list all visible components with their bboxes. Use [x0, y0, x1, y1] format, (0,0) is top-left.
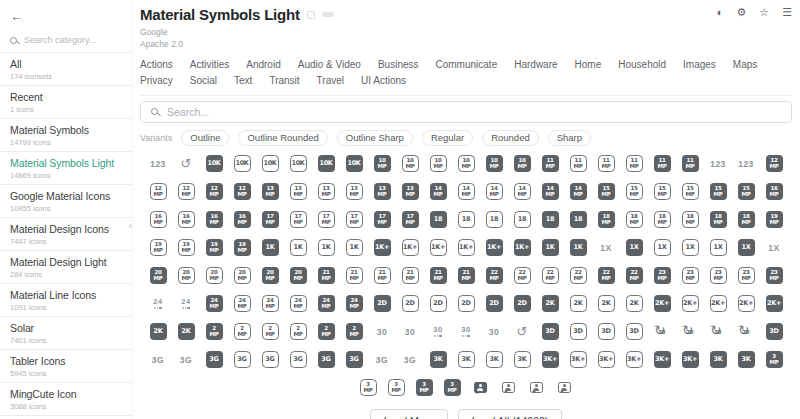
icon-tile[interactable]: 10K [204, 154, 224, 174]
icon-tile[interactable]: 21MP [456, 266, 476, 286]
icon-tile[interactable]: 24MP [288, 294, 308, 314]
back-arrow-icon[interactable]: ← [10, 9, 23, 24]
icon-tile[interactable]: 14MP [456, 182, 476, 202]
category-link[interactable]: Communicate [436, 59, 498, 70]
icon-tile[interactable]: 23MP [680, 266, 700, 286]
icon-tile[interactable]: 19MP [764, 210, 784, 230]
icon-tile[interactable]: 3K+ [568, 350, 588, 370]
icon-tile[interactable]: 17MP [316, 210, 336, 230]
icon-tile[interactable]: 18MP [680, 210, 700, 230]
icon-tile[interactable]: 18 [568, 210, 588, 230]
icon-tile[interactable]: 3MP [414, 378, 434, 398]
icon-tile[interactable]: 30 [372, 322, 392, 342]
icon-tile[interactable]: 2D [372, 294, 392, 314]
icon-tile[interactable]: 1K+ [456, 238, 476, 258]
iconset-item[interactable]: Material Design Icons7447 icons [0, 218, 132, 251]
icon-tile[interactable]: 14MP [484, 182, 504, 202]
icon-tile[interactable]: 22MP [624, 266, 644, 286]
icon-tile[interactable]: 10K [344, 154, 364, 174]
variant-pill[interactable]: Outline [181, 130, 229, 146]
icon-tile[interactable]: 10MP [484, 154, 504, 174]
icon-tile[interactable]: 2D [512, 294, 532, 314]
icon-tile[interactable]: 3K [484, 350, 504, 370]
icon-tile[interactable]: 21MP [400, 266, 420, 286]
iconset-item[interactable]: MingCute Icon3088 icons [0, 383, 132, 416]
icon-tile[interactable]: 13MP [344, 182, 364, 202]
icon-tile[interactable]: 21MP [372, 266, 392, 286]
icon-tile[interactable]: 18MP [596, 210, 616, 230]
iconset-item[interactable]: Material Line Icons1091 icons [0, 284, 132, 317]
category-link[interactable]: Household [618, 59, 666, 70]
icon-tile[interactable]: 18MP [652, 210, 672, 230]
icon-tile[interactable]: 18 [540, 210, 560, 230]
icon-tile[interactable]: 30 [428, 322, 448, 342]
icon-tile[interactable]: 24 [176, 294, 196, 314]
icon-tile[interactable]: 18MP [708, 210, 728, 230]
icon-tile[interactable]: 16MP [148, 210, 168, 230]
icon-tile[interactable]: 2MP [260, 322, 280, 342]
icon-tile[interactable]: 23MP [736, 266, 756, 286]
icon-tile[interactable]: 19MP [148, 238, 168, 258]
icon-tile[interactable]: 12MP [764, 154, 784, 174]
category-search-input[interactable] [24, 35, 114, 45]
icon-tile[interactable]: 1K [316, 238, 336, 258]
icon-tile[interactable]: 15MP [708, 182, 728, 202]
icon-tile[interactable]: 2MP [288, 322, 308, 342]
icon-tile[interactable]: 20MP [176, 266, 196, 286]
icon-tile[interactable]: 3G [372, 350, 392, 370]
icon-tile[interactable]: 123 [708, 154, 728, 174]
icon-tile[interactable]: 3G [344, 350, 364, 370]
icon-tile[interactable]: 17MP [372, 210, 392, 230]
iconset-item[interactable]: Google Material Icons10955 icons [0, 185, 132, 218]
icon-tile[interactable]: 23MP [652, 266, 672, 286]
icon-tile[interactable]: 14MP [512, 182, 532, 202]
icon-tile[interactable]: 2MP [344, 322, 364, 342]
icon-tile[interactable]: 1K+ [400, 238, 420, 258]
icon-tile[interactable]: 1X [596, 238, 616, 258]
icon-tile[interactable]: 22MP [484, 266, 504, 286]
icon-tile[interactable]: 10MP [372, 154, 392, 174]
icon-tile[interactable]: 15MP [736, 182, 756, 202]
icon-tile[interactable]: 1X [624, 238, 644, 258]
icon-tile[interactable]: 13MP [260, 182, 280, 202]
icon-tile[interactable]: 2K [596, 294, 616, 314]
icon-tile[interactable]: 10MP [400, 154, 420, 174]
category-link[interactable]: Maps [733, 59, 757, 70]
icon-tile[interactable]: 18 [512, 210, 532, 230]
icon-tile[interactable]: 10K [260, 154, 280, 174]
icon-tile[interactable]: 3K+ [680, 350, 700, 370]
load-all-button[interactable]: Load All (14902) [458, 409, 562, 419]
icon-tile[interactable]: 123 [736, 154, 756, 174]
icon-tile[interactable]: 2K [568, 294, 588, 314]
icon-tile[interactable]: 1K [344, 238, 364, 258]
icon-tile[interactable]: 3K+ [652, 350, 672, 370]
icon-tile[interactable]: 3K+ [596, 350, 616, 370]
icon-tile[interactable]: 14MP [540, 182, 560, 202]
category-link[interactable]: UI Actions [361, 75, 406, 86]
icon-tile[interactable]: 20MP [288, 266, 308, 286]
icon-tile[interactable]: 10MP [428, 154, 448, 174]
icon-tile[interactable]: 2K [624, 294, 644, 314]
category-link[interactable]: Text [234, 75, 252, 86]
icon-tile[interactable]: 14MP [568, 182, 588, 202]
icon-tile[interactable]: 19MP [176, 238, 196, 258]
icon-tile[interactable]: 2D [428, 294, 448, 314]
icon-tile[interactable]: ↻3D [708, 322, 728, 342]
icon-tile[interactable]: ↻3D [652, 322, 672, 342]
icon-tile[interactable]: 23MP [764, 266, 784, 286]
icon-tile[interactable]: 2MP [232, 322, 252, 342]
icon-tile[interactable]: 2K [176, 322, 196, 342]
icon-tile[interactable]: 13MP [400, 182, 420, 202]
iconset-item[interactable]: Material Symbols14799 icons [0, 119, 132, 152]
icon-tile[interactable]: 20MP [204, 266, 224, 286]
icon-tile[interactable]: 15MP [596, 182, 616, 202]
icon-tile[interactable]: 1K+ [512, 238, 532, 258]
icon-tile[interactable]: 3K [512, 350, 532, 370]
icon-tile[interactable]: 2D [400, 294, 420, 314]
sidebar-collapse-icon[interactable]: ‹ [129, 220, 132, 231]
icon-tile[interactable]: 18MP [624, 210, 644, 230]
icon-tile[interactable]: 3G [260, 350, 280, 370]
icon-tile[interactable]: 21MP [428, 266, 448, 286]
icon-tile[interactable]: 1K [568, 238, 588, 258]
icon-tile[interactable]: 3G [148, 350, 168, 370]
